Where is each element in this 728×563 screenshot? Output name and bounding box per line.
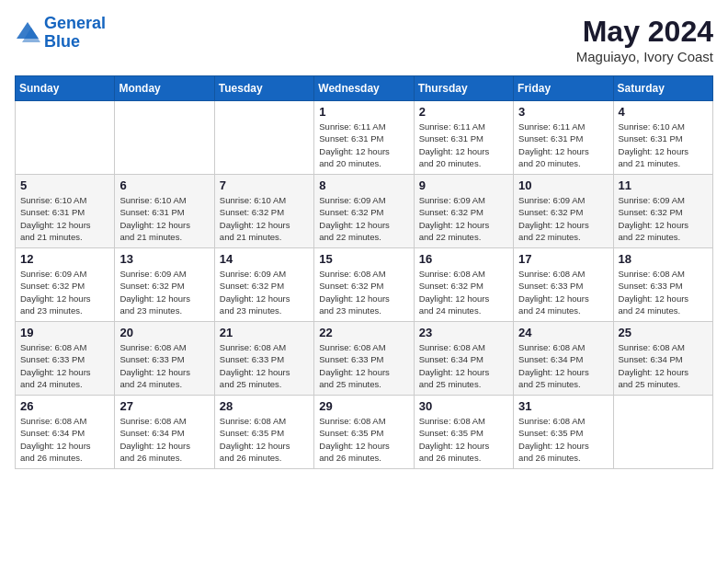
empty-cell <box>214 101 313 175</box>
logo-line1: General <box>44 14 106 32</box>
day-info: Sunrise: 6:09 AM Sunset: 6:32 PM Dayligh… <box>619 194 708 243</box>
day-info: Sunrise: 6:08 AM Sunset: 6:33 PM Dayligh… <box>119 341 209 390</box>
day-info: Sunrise: 6:08 AM Sunset: 6:33 PM Dayligh… <box>319 341 408 390</box>
header-day-saturday: Saturday <box>613 76 712 101</box>
day-number: 31 <box>518 399 608 413</box>
day-info: Sunrise: 6:08 AM Sunset: 6:34 PM Dayligh… <box>119 415 209 464</box>
day-info: Sunrise: 6:08 AM Sunset: 6:32 PM Dayligh… <box>419 268 508 316</box>
title-block: May 2024 Maguiayo, Ivory Coast <box>576 15 713 64</box>
calendar-table: SundayMondayTuesdayWednesdayThursdayFrid… <box>15 75 713 469</box>
day-cell-6: 6Sunrise: 6:10 AM Sunset: 6:31 PM Daylig… <box>115 175 214 248</box>
day-info: Sunrise: 6:08 AM Sunset: 6:35 PM Dayligh… <box>220 415 309 464</box>
day-cell-20: 20Sunrise: 6:08 AM Sunset: 6:33 PM Dayli… <box>115 322 214 396</box>
day-info: Sunrise: 6:10 AM Sunset: 6:31 PM Dayligh… <box>619 121 708 169</box>
day-number: 23 <box>419 326 508 339</box>
day-cell-13: 13Sunrise: 6:09 AM Sunset: 6:32 PM Dayli… <box>115 248 214 322</box>
header-day-sunday: Sunday <box>16 76 115 101</box>
empty-cell <box>16 101 115 175</box>
day-cell-8: 8Sunrise: 6:09 AM Sunset: 6:32 PM Daylig… <box>314 175 414 248</box>
header-day-friday: Friday <box>514 76 613 101</box>
day-cell-4: 4Sunrise: 6:10 AM Sunset: 6:31 PM Daylig… <box>613 101 712 175</box>
day-info: Sunrise: 6:08 AM Sunset: 6:33 PM Dayligh… <box>619 268 708 316</box>
day-number: 22 <box>319 326 408 339</box>
day-cell-22: 22Sunrise: 6:08 AM Sunset: 6:33 PM Dayli… <box>314 322 414 396</box>
day-number: 18 <box>619 252 708 266</box>
day-cell-16: 16Sunrise: 6:08 AM Sunset: 6:32 PM Dayli… <box>414 248 513 322</box>
day-number: 25 <box>619 326 708 339</box>
day-info: Sunrise: 6:09 AM Sunset: 6:32 PM Dayligh… <box>220 268 309 316</box>
day-info: Sunrise: 6:08 AM Sunset: 6:35 PM Dayligh… <box>518 415 608 464</box>
day-number: 26 <box>20 399 109 413</box>
day-cell-14: 14Sunrise: 6:09 AM Sunset: 6:32 PM Dayli… <box>214 248 313 322</box>
day-number: 27 <box>119 399 209 413</box>
day-cell-25: 25Sunrise: 6:08 AM Sunset: 6:34 PM Dayli… <box>613 322 712 396</box>
day-info: Sunrise: 6:08 AM Sunset: 6:32 PM Dayligh… <box>319 268 408 316</box>
day-info: Sunrise: 6:08 AM Sunset: 6:34 PM Dayligh… <box>419 341 508 390</box>
location: Maguiayo, Ivory Coast <box>576 49 713 64</box>
week-row-2: 5Sunrise: 6:10 AM Sunset: 6:31 PM Daylig… <box>16 175 713 248</box>
day-number: 28 <box>220 399 309 413</box>
day-number: 30 <box>419 399 508 413</box>
day-info: Sunrise: 6:09 AM Sunset: 6:32 PM Dayligh… <box>20 268 109 316</box>
day-cell-10: 10Sunrise: 6:09 AM Sunset: 6:32 PM Dayli… <box>514 175 613 248</box>
logo-icon <box>15 20 40 46</box>
day-number: 29 <box>319 399 408 413</box>
day-number: 6 <box>119 178 209 192</box>
day-cell-18: 18Sunrise: 6:08 AM Sunset: 6:33 PM Dayli… <box>613 248 712 322</box>
logo-text: General Blue <box>44 15 106 52</box>
day-cell-7: 7Sunrise: 6:10 AM Sunset: 6:32 PM Daylig… <box>214 175 313 248</box>
day-info: Sunrise: 6:08 AM Sunset: 6:35 PM Dayligh… <box>419 415 508 464</box>
day-number: 4 <box>619 105 708 119</box>
day-number: 21 <box>220 326 309 339</box>
day-info: Sunrise: 6:08 AM Sunset: 6:33 PM Dayligh… <box>220 341 309 390</box>
logo-line2: Blue <box>44 32 80 51</box>
month-year: May 2024 <box>576 15 713 49</box>
day-info: Sunrise: 6:10 AM Sunset: 6:31 PM Dayligh… <box>119 194 209 243</box>
day-cell-27: 27Sunrise: 6:08 AM Sunset: 6:34 PM Dayli… <box>115 396 214 469</box>
week-row-3: 12Sunrise: 6:09 AM Sunset: 6:32 PM Dayli… <box>16 248 713 322</box>
day-cell-3: 3Sunrise: 6:11 AM Sunset: 6:31 PM Daylig… <box>514 101 613 175</box>
day-info: Sunrise: 6:09 AM Sunset: 6:32 PM Dayligh… <box>518 194 608 243</box>
calendar-header: SundayMondayTuesdayWednesdayThursdayFrid… <box>16 76 713 101</box>
day-number: 10 <box>518 178 608 192</box>
day-info: Sunrise: 6:09 AM Sunset: 6:32 PM Dayligh… <box>319 194 408 243</box>
day-info: Sunrise: 6:09 AM Sunset: 6:32 PM Dayligh… <box>419 194 508 243</box>
day-number: 17 <box>518 252 608 266</box>
day-number: 11 <box>619 178 708 192</box>
day-number: 8 <box>319 178 408 192</box>
day-cell-31: 31Sunrise: 6:08 AM Sunset: 6:35 PM Dayli… <box>514 396 613 469</box>
day-info: Sunrise: 6:11 AM Sunset: 6:31 PM Dayligh… <box>419 121 508 169</box>
day-cell-17: 17Sunrise: 6:08 AM Sunset: 6:33 PM Dayli… <box>514 248 613 322</box>
calendar-body: 1Sunrise: 6:11 AM Sunset: 6:31 PM Daylig… <box>16 101 713 469</box>
week-row-5: 26Sunrise: 6:08 AM Sunset: 6:34 PM Dayli… <box>16 396 713 469</box>
day-number: 5 <box>20 178 109 192</box>
day-cell-26: 26Sunrise: 6:08 AM Sunset: 6:34 PM Dayli… <box>16 396 115 469</box>
day-number: 1 <box>319 105 408 119</box>
day-info: Sunrise: 6:10 AM Sunset: 6:32 PM Dayligh… <box>220 194 309 243</box>
day-number: 19 <box>20 326 109 339</box>
header-day-tuesday: Tuesday <box>214 76 313 101</box>
day-info: Sunrise: 6:09 AM Sunset: 6:32 PM Dayligh… <box>119 268 209 316</box>
day-info: Sunrise: 6:08 AM Sunset: 6:34 PM Dayligh… <box>619 341 708 390</box>
day-cell-30: 30Sunrise: 6:08 AM Sunset: 6:35 PM Dayli… <box>414 396 513 469</box>
day-cell-24: 24Sunrise: 6:08 AM Sunset: 6:34 PM Dayli… <box>514 322 613 396</box>
logo: General Blue <box>15 15 106 52</box>
day-cell-11: 11Sunrise: 6:09 AM Sunset: 6:32 PM Dayli… <box>613 175 712 248</box>
day-info: Sunrise: 6:08 AM Sunset: 6:33 PM Dayligh… <box>518 268 608 316</box>
day-cell-12: 12Sunrise: 6:09 AM Sunset: 6:32 PM Dayli… <box>16 248 115 322</box>
day-number: 7 <box>220 178 309 192</box>
day-cell-29: 29Sunrise: 6:08 AM Sunset: 6:35 PM Dayli… <box>314 396 414 469</box>
header-row: SundayMondayTuesdayWednesdayThursdayFrid… <box>16 76 713 101</box>
empty-cell <box>613 396 712 469</box>
day-info: Sunrise: 6:08 AM Sunset: 6:34 PM Dayligh… <box>518 341 608 390</box>
header-day-wednesday: Wednesday <box>314 76 414 101</box>
day-cell-28: 28Sunrise: 6:08 AM Sunset: 6:35 PM Dayli… <box>214 396 313 469</box>
day-cell-2: 2Sunrise: 6:11 AM Sunset: 6:31 PM Daylig… <box>414 101 513 175</box>
day-number: 3 <box>518 105 608 119</box>
day-number: 13 <box>119 252 209 266</box>
day-cell-15: 15Sunrise: 6:08 AM Sunset: 6:32 PM Dayli… <box>314 248 414 322</box>
day-number: 20 <box>119 326 209 339</box>
day-number: 16 <box>419 252 508 266</box>
day-number: 9 <box>419 178 508 192</box>
week-row-1: 1Sunrise: 6:11 AM Sunset: 6:31 PM Daylig… <box>16 101 713 175</box>
